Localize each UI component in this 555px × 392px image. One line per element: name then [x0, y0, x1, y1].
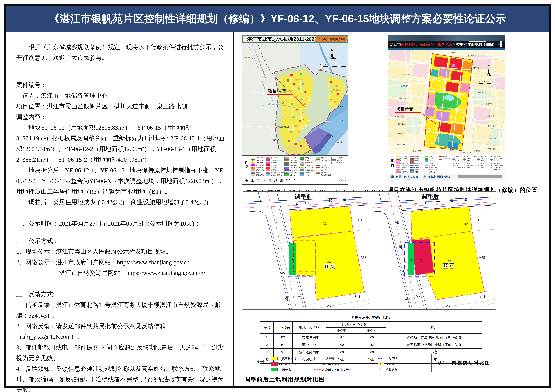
adjust-title: 调整内容： — [16, 112, 225, 122]
svg-text:路: 路 — [463, 198, 467, 202]
road-label: 接顺东路 — [488, 125, 495, 127]
legend-item: 规划埋地高压线 — [425, 169, 439, 171]
legend-item: A4体育用地 — [250, 171, 266, 174]
legend-item: 宗宗教活动场所 — [490, 155, 504, 157]
legend-item: 变变电站 — [477, 160, 490, 162]
legend-item: 规划界线 — [439, 155, 452, 157]
kindergarten-swatch: 幼 — [378, 362, 384, 366]
legend-item: H4特殊用地 — [300, 171, 316, 174]
svg-text:山: 山 — [425, 201, 429, 205]
header-band: 《湛江市银帆苑片区控制性详细规划（修编）》YF-06-12、YF-06-15地块… — [6, 6, 549, 31]
before-diagram: 调整前 屋山 一横 路 椹川 大道 R2 R2 U1 A33 A4 S41 — [243, 192, 370, 309]
g1-swatch: G1 — [271, 368, 278, 371]
legend-item: M1一类工业用地 — [285, 157, 300, 159]
case-number: 案件编号： — [16, 80, 225, 90]
legend-item: H4特殊用地 — [425, 160, 439, 162]
legend-item: B2商务用地 — [266, 166, 285, 169]
legend-item: 卫卫生服务中心 — [452, 166, 463, 169]
svg-text:N: N — [488, 64, 490, 68]
legend-item: U11供水用地 — [410, 164, 424, 166]
legend-item: A1行政办公用地 — [396, 162, 410, 164]
figure-legend-label: 图例 — [256, 359, 264, 364]
svg-text:U1: U1 — [476, 218, 481, 222]
legend-item: 中心城区范围 — [331, 162, 347, 164]
svg-text:一: 一 — [436, 200, 440, 204]
svg-text:G1: G1 — [297, 294, 301, 297]
legend-item: U公用设施用地 — [285, 164, 300, 166]
road-label: 接绿华路 — [486, 103, 492, 105]
map2-title-districts: 南站片区、海头片区、银帆苑片区 — [401, 42, 456, 47]
legend-item: A33中小学用地 — [396, 166, 410, 169]
legend-item: B1商业用地 — [266, 164, 285, 166]
legend-item: M3三类工业用地 — [285, 162, 300, 164]
svg-text:R2: R2 — [464, 222, 468, 226]
notice-text-column: 根据《广东省城乡规划条例》规定，现将以下行政案件进行批前公示，公开征询意见，欢迎… — [6, 31, 234, 386]
b1-swatch: B1 — [271, 362, 278, 366]
map2-canvas: 项目位置 N 0 100 200 400m — [388, 50, 505, 154]
svg-text:横: 横 — [449, 199, 453, 203]
kindergarten-icon: 幼 — [330, 264, 335, 269]
section-time: 一、公示时间：2021年04月27日至2021年05月6日(公示时间为10天)； — [16, 218, 225, 229]
method-web-2: 湛江市自然资源局网站：https://www.zhanjiang.gov.cn/… — [16, 267, 225, 278]
legend-item: A3教育科研用地 — [250, 169, 266, 171]
master-plan-map: 湛江市城市总体规划(2011-2020年) 中心城区用地规划图 — [242, 35, 348, 185]
map2-title-sub: 04-1 土地利用规划图（银帆苑片区） — [498, 43, 530, 46]
legend-item: M2二类工业用地 — [285, 159, 300, 162]
col-header-code: 用地代码 — [274, 321, 292, 334]
legend-item: R1一类居住用地 — [250, 157, 266, 159]
figure-legend-col1: R2二类居住用地 B1商业设施用地 G1公园绿地 — [271, 355, 297, 373]
svg-text:G1: G1 — [416, 294, 420, 297]
svg-text:A33: A33 — [360, 256, 366, 259]
legend-item: 一般铁路 — [316, 164, 331, 166]
parcel-boundary-swatch — [378, 358, 384, 359]
map2-title-city: 湛江市 — [390, 42, 401, 47]
legend-item: B9其他服务设施用地 — [266, 174, 285, 176]
col-header-serial: 序号 — [260, 321, 274, 334]
map1-legend: 图 例 R1一类居住用地R2二类居住用地R3三类居住用地A1行政办公用地A2文化… — [242, 155, 348, 177]
svg-text:椹: 椹 — [395, 221, 399, 225]
detail-plan-map: 湛江市 南站片区、海头片区、银帆苑片区 控制性详细规划（修编） 04-1 土地利… — [388, 35, 505, 181]
legend-item: A6社会福利用地 — [396, 171, 410, 173]
method-web: 2、网络公示：湛江市政府门户网站：https://www.zhanjiang.g… — [16, 257, 225, 267]
road-label: 接文明北一路 — [450, 149, 460, 151]
road-label: 至海湾大桥 — [478, 91, 486, 94]
method-onsite: 1、现场公示：湛江市霞山区人民政府公示栏及项目现场。 — [16, 246, 225, 257]
legend-item: 敬敬老院 — [463, 160, 477, 162]
legend-item: S4交通场站用地 — [300, 164, 316, 166]
adjust-paragraph-2: 地块拆分后：YF-06-12-1、YF-06-15-1地块保持原控规控制指标不变… — [16, 165, 225, 197]
svg-text:S41: S41 — [355, 295, 360, 299]
legend-item: R2B1商住用地 — [396, 160, 410, 162]
road-label: 接绿民路 — [489, 137, 496, 140]
map2-institute: 湛江市规划勘测设计院 — [423, 175, 450, 179]
map2-footer: 湛江市霞山区人民政府 湛江市规划勘测设计院 — [388, 174, 505, 179]
public-notice-page: 《湛江市银帆苑片区控制性详细规划（修编）》YF-06-12、YF-06-15地块… — [0, 0, 555, 392]
road-label: 接屋山横路 — [397, 133, 405, 135]
road-label: 接大庆路 — [440, 147, 447, 148]
notice-intro: 根据《广东省城乡规划条例》规定，现将以下行政案件进行批前公示，公开征询意见，欢迎… — [16, 42, 225, 63]
svg-text:G1: G1 — [409, 259, 412, 262]
page-title: 《湛江市银帆苑片区控制性详细规划（修编）》YF-06-12、YF-06-15地块… — [49, 12, 506, 26]
legend-item: 派派出所 — [463, 166, 477, 169]
road-label: 接创业路 — [398, 123, 405, 125]
legend-item: 垃垃圾压缩站 — [490, 162, 504, 164]
svg-text:椹: 椹 — [275, 221, 279, 225]
col-header-note: 备注 — [386, 321, 482, 334]
svg-text:项目位置: 项目位置 — [396, 107, 413, 111]
map2-blue-stripe — [388, 48, 505, 50]
legend-item: 加加油站/加气站 — [490, 166, 504, 169]
kindergarten-icon: 幼 — [449, 263, 454, 268]
svg-text:A4: A4 — [446, 304, 450, 308]
map1-canvas: 项目位置 N 1 3 5km — [242, 43, 348, 155]
figure-legend-col3: 宗地界线 幼幼儿园 ♀♂公共厕所 — [378, 355, 397, 373]
r2-swatch: R2 — [271, 357, 278, 360]
legend-item: H2区域交通设施用地 — [300, 169, 316, 171]
table-row: 1R2二类居住用地 0.420.00调整后二类居住用地减少了0.42公顷 — [260, 334, 482, 341]
legend-item: 街坊慢行通道 — [439, 157, 452, 160]
sheet-title-block: 07 调整前后对比图 — [431, 354, 496, 372]
area-label: 海东新区 — [332, 89, 340, 91]
decoration — [501, 41, 502, 47]
table-row: 2B1商业用地 0.000.42调整后商业设施用地增加了0.42公顷 — [260, 341, 482, 349]
road-label: 接屋山三横路 — [413, 150, 423, 152]
legend-item: R2二类居住用地 — [396, 155, 410, 157]
project-location: 项目位置：湛江市霞山区银帆片区，椹川大道东侧，泉庄路北侧 — [16, 101, 225, 112]
